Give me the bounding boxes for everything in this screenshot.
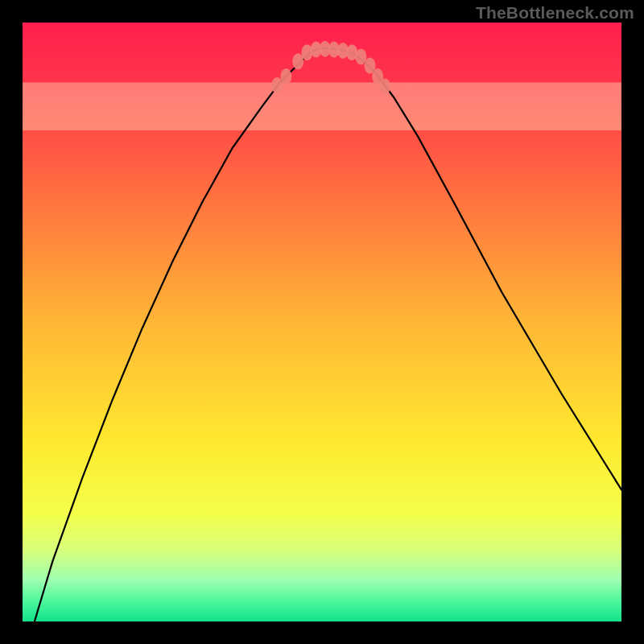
highlight-band bbox=[23, 82, 621, 130]
curve-marker bbox=[280, 68, 291, 85]
watermark-text: TheBottleneck.com bbox=[476, 3, 634, 23]
bottleneck-chart bbox=[23, 23, 621, 621]
chart-frame: TheBottleneck.com bbox=[0, 0, 644, 644]
plot-area bbox=[23, 23, 621, 621]
curve-marker bbox=[379, 79, 390, 95]
